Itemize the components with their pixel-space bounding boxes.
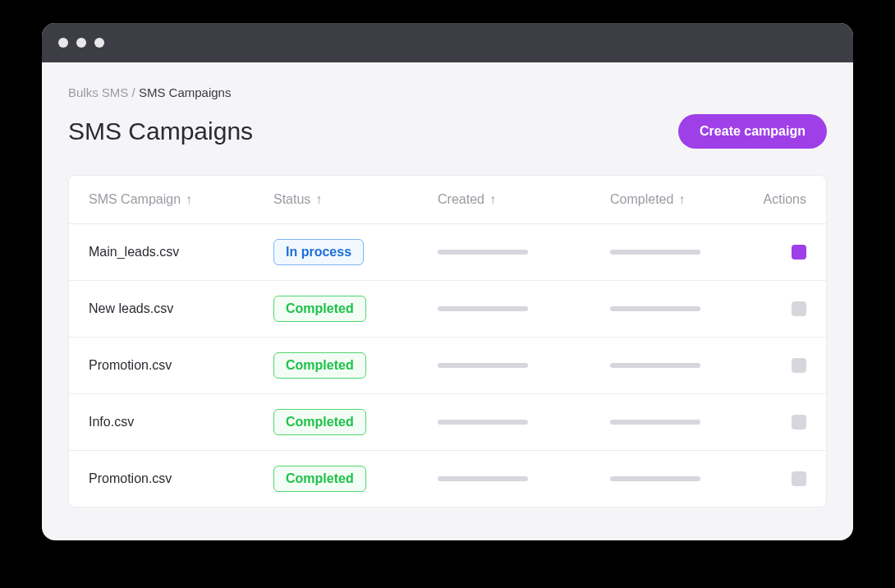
campaign-name: New leads.csv xyxy=(89,301,273,316)
campaign-status: Completed xyxy=(273,352,438,379)
table-header-name[interactable]: SMS Campaign ↑ xyxy=(89,192,273,207)
campaign-name: Main_leads.csv xyxy=(89,245,273,260)
sort-up-icon: ↑ xyxy=(678,192,685,207)
window-close-icon[interactable] xyxy=(58,38,68,48)
campaign-status: Completed xyxy=(273,296,438,322)
campaign-name: Promotion.csv xyxy=(89,358,273,373)
table-row[interactable]: Info.csvCompleted xyxy=(69,394,826,451)
campaign-completed xyxy=(610,250,758,255)
header-status-label: Status xyxy=(273,192,310,207)
app-window: Bulks SMS / SMS Campaigns SMS Campaigns … xyxy=(42,23,853,540)
placeholder-bar xyxy=(438,306,528,311)
header-created-label: Created xyxy=(438,192,484,207)
header-actions-label: Actions xyxy=(764,192,806,207)
action-button[interactable] xyxy=(792,415,806,430)
campaign-completed xyxy=(610,476,758,481)
table-body: Main_leads.csvIn processNew leads.csvCom… xyxy=(69,224,826,507)
campaign-status: Completed xyxy=(273,466,438,492)
placeholder-bar xyxy=(438,250,528,255)
table-row[interactable]: Main_leads.csvIn process xyxy=(69,224,826,281)
status-badge: Completed xyxy=(273,409,366,435)
campaign-created xyxy=(438,420,610,425)
breadcrumb: Bulks SMS / SMS Campaigns xyxy=(68,85,827,99)
campaign-created xyxy=(438,306,610,311)
campaign-created xyxy=(438,476,610,481)
placeholder-bar xyxy=(610,476,700,481)
sort-up-icon: ↑ xyxy=(186,192,192,207)
campaign-actions xyxy=(758,301,806,316)
table-header-completed[interactable]: Completed ↑ xyxy=(610,192,758,207)
status-badge: Completed xyxy=(273,296,366,322)
table-header-status[interactable]: Status ↑ xyxy=(273,192,438,207)
campaigns-table: SMS Campaign ↑ Status ↑ Created ↑ Comple… xyxy=(68,175,827,508)
placeholder-bar xyxy=(610,420,700,425)
table-header: SMS Campaign ↑ Status ↑ Created ↑ Comple… xyxy=(69,176,826,224)
campaign-created xyxy=(438,363,610,368)
campaign-status: In process xyxy=(273,239,438,265)
content-area: Bulks SMS / SMS Campaigns SMS Campaigns … xyxy=(42,62,853,540)
page-header: SMS Campaigns Create campaign xyxy=(68,114,827,149)
campaign-completed xyxy=(610,306,758,311)
action-button[interactable] xyxy=(792,301,806,316)
campaign-actions xyxy=(758,471,806,486)
create-campaign-button[interactable]: Create campaign xyxy=(678,114,827,149)
page-title: SMS Campaigns xyxy=(68,117,253,145)
table-header-actions: Actions xyxy=(758,192,806,207)
table-row[interactable]: Promotion.csvCompleted xyxy=(69,338,826,394)
status-badge: Completed xyxy=(273,352,366,379)
status-badge: Completed xyxy=(273,466,366,492)
action-button[interactable] xyxy=(792,245,806,260)
campaign-name: Info.csv xyxy=(89,415,273,430)
window-maximize-icon[interactable] xyxy=(94,38,104,48)
sort-up-icon: ↑ xyxy=(489,192,496,207)
breadcrumb-current: SMS Campaigns xyxy=(139,85,232,99)
campaign-status: Completed xyxy=(273,409,438,435)
placeholder-bar xyxy=(610,250,700,255)
placeholder-bar xyxy=(438,363,528,368)
placeholder-bar xyxy=(438,420,528,425)
breadcrumb-parent[interactable]: Bulks SMS xyxy=(68,85,128,99)
header-completed-label: Completed xyxy=(610,192,673,207)
campaign-created xyxy=(438,250,610,255)
table-header-created[interactable]: Created ↑ xyxy=(438,192,610,207)
header-name-label: SMS Campaign xyxy=(89,192,181,207)
campaign-actions xyxy=(758,245,806,260)
window-minimize-icon[interactable] xyxy=(76,38,86,48)
table-row[interactable]: Promotion.csvCompleted xyxy=(69,451,826,507)
placeholder-bar xyxy=(610,363,700,368)
status-badge: In process xyxy=(273,239,364,265)
action-button[interactable] xyxy=(792,358,806,373)
table-row[interactable]: New leads.csvCompleted xyxy=(69,281,826,338)
campaign-actions xyxy=(758,358,806,373)
titlebar xyxy=(42,23,853,62)
breadcrumb-separator: / xyxy=(128,85,139,99)
campaign-completed xyxy=(610,363,758,368)
sort-up-icon: ↑ xyxy=(315,192,322,207)
campaign-actions xyxy=(758,415,806,430)
campaign-name: Promotion.csv xyxy=(89,471,273,486)
campaign-completed xyxy=(610,420,758,425)
action-button[interactable] xyxy=(792,471,806,486)
placeholder-bar xyxy=(438,476,528,481)
placeholder-bar xyxy=(610,306,700,311)
